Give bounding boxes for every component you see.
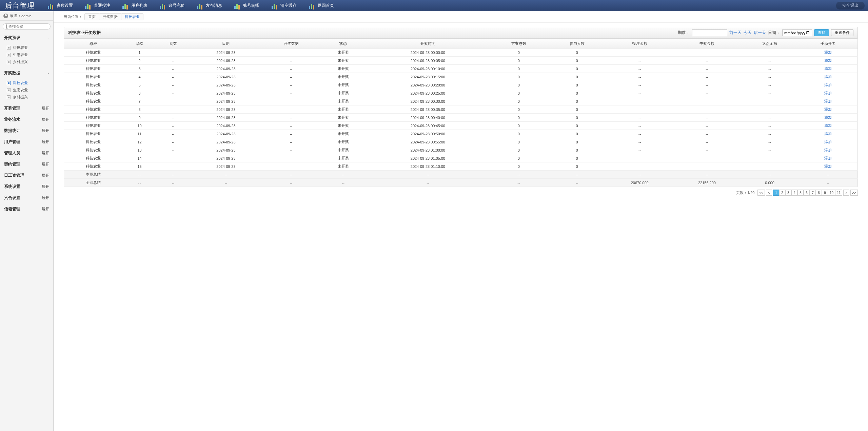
cell-touzhu: -- [606, 162, 673, 171]
cell-zhongjiang: -- [673, 65, 741, 73]
pager-page-5[interactable]: 5 [797, 190, 804, 196]
menu-collapsed-2[interactable]: 数据统计展开 [0, 125, 53, 136]
pager-page-9[interactable]: 9 [822, 190, 828, 196]
menu-collapsed-9[interactable]: 信箱管理展开 [0, 203, 53, 215]
expand-label: 展开 [42, 184, 49, 189]
add-action-link[interactable]: 添加 [824, 83, 832, 87]
add-action-link[interactable]: 添加 [824, 66, 832, 71]
menu-collapsed-5[interactable]: 契约管理展开 [0, 159, 53, 170]
top-nav-item-5[interactable]: 账号转帐 [228, 0, 265, 11]
pager-prev[interactable]: < [766, 190, 772, 196]
add-action-link[interactable]: 添加 [824, 107, 832, 111]
top-nav-item-0[interactable]: 参数设置 [42, 0, 79, 11]
cell-qishu: -- [156, 81, 190, 89]
breadcrumb-section[interactable]: 开奖数据 [99, 13, 121, 20]
sidebar-item-1-2[interactable]: 乡村振兴 [0, 94, 53, 101]
module-icon [7, 88, 11, 92]
menu-title: 开奖数据 [4, 70, 20, 76]
add-action-link[interactable]: 添加 [824, 164, 832, 168]
top-nav-item-1[interactable]: 普通投注 [79, 0, 116, 11]
cell-canyu: 0 [548, 73, 606, 81]
cell-caizhong: 科技农业 [64, 114, 123, 122]
add-action-link[interactable]: 添加 [824, 50, 832, 54]
pager-page-1[interactable]: 1 [773, 190, 779, 196]
add-action-link[interactable]: 添加 [824, 115, 832, 119]
cell-touzhu: -- [606, 154, 673, 162]
cell-changci: 11 [123, 130, 156, 138]
menu-collapsed-6[interactable]: 日工资管理展开 [0, 170, 53, 181]
summary-cell: -- [156, 171, 190, 179]
add-action-link[interactable]: 添加 [824, 156, 832, 160]
cell-kaijiangshijian: 2024-09-23 00:45:00 [366, 122, 490, 130]
top-nav-item-3[interactable]: 账号充值 [154, 0, 191, 11]
search-input[interactable] [8, 24, 54, 28]
pager-page-3[interactable]: 3 [785, 190, 791, 196]
table-row: 科技农业4--2024-09-23--未开奖2024-09-23 00:15:0… [64, 73, 858, 81]
prev-day-link[interactable]: 前一天 [729, 30, 742, 36]
pager-next[interactable]: > [843, 190, 849, 196]
menu-header-1[interactable]: 开奖数据- [0, 67, 53, 79]
cell-changci: 10 [123, 122, 156, 130]
add-action-link[interactable]: 添加 [824, 132, 832, 136]
menu-collapsed-8[interactable]: 六合设置展开 [0, 192, 53, 203]
sidebar-item-1-1[interactable]: 生态农业 [0, 86, 53, 94]
sidebar-item-1-0[interactable]: 科技农业 [0, 79, 53, 86]
sidebar-item-0-0[interactable]: 科技农业 [0, 44, 53, 51]
breadcrumb-home[interactable]: 首页 [84, 13, 99, 20]
top-nav-item-4[interactable]: 发布消息 [191, 0, 228, 11]
menu-collapsed-0[interactable]: 开奖管理展开 [0, 103, 53, 114]
pager-last[interactable]: >> [850, 190, 858, 196]
search-box[interactable] [3, 23, 51, 30]
cell-fandian: -- [741, 114, 799, 122]
add-action-link[interactable]: 添加 [824, 75, 832, 79]
add-action-link[interactable]: 添加 [824, 91, 832, 95]
add-action-link[interactable]: 添加 [824, 148, 832, 152]
menu-header-0[interactable]: 开奖预设- [0, 32, 53, 43]
add-action-link[interactable]: 添加 [824, 58, 832, 62]
top-nav-label: 返回首页 [318, 3, 334, 8]
menu-collapsed-7[interactable]: 系统设置展开 [0, 181, 53, 192]
cell-riqi: 2024-09-23 [190, 122, 262, 130]
cell-touzhu: -- [606, 114, 673, 122]
top-nav-item-2[interactable]: 用户列表 [116, 0, 154, 11]
menu-collapsed-4[interactable]: 管理人员展开 [0, 148, 53, 159]
cell-riqi: 2024-09-23 [190, 57, 262, 65]
cell-changci: 7 [123, 97, 156, 105]
pager-page-7[interactable]: 7 [810, 190, 816, 196]
cell-qishu: -- [156, 130, 190, 138]
cell-changci: 13 [123, 146, 156, 154]
sidebar-item-0-2[interactable]: 乡村振兴 [0, 58, 53, 65]
logout-button[interactable]: 安全退出 [836, 2, 865, 9]
pager-first[interactable]: << [757, 190, 765, 196]
pager-page-8[interactable]: 8 [816, 190, 822, 196]
pager-page-2[interactable]: 2 [779, 190, 785, 196]
sidebar-item-label: 生态农业 [13, 87, 28, 93]
top-nav-item-7[interactable]: 返回首页 [303, 0, 340, 11]
pager-page-11[interactable]: 11 [835, 190, 842, 196]
reset-button[interactable]: 重置条件 [831, 29, 853, 36]
top-nav-label: 用户列表 [131, 3, 147, 8]
date-input[interactable] [782, 30, 812, 36]
sidebar-item-0-1[interactable]: 生态农业 [0, 51, 53, 58]
top-nav-label: 账号充值 [169, 3, 185, 8]
next-day-link[interactable]: 后一天 [754, 30, 766, 36]
menu-collapsed-1[interactable]: 业务流水展开 [0, 114, 53, 125]
period-input[interactable] [692, 30, 727, 36]
pager-page-6[interactable]: 6 [804, 190, 810, 196]
add-action-link[interactable]: 添加 [824, 123, 832, 128]
menu-collapsed-3[interactable]: 用户管理展开 [0, 136, 53, 148]
cell-fandian: -- [741, 81, 799, 89]
table-row: 科技农业12--2024-09-23--未开奖2024-09-23 00:55:… [64, 138, 858, 146]
pager-page-10[interactable]: 10 [828, 190, 835, 196]
pager-page-4[interactable]: 4 [791, 190, 797, 196]
summary-cell: -- [190, 171, 262, 179]
top-nav-item-6[interactable]: 清空缓存 [265, 0, 303, 11]
cell-kaijiangshijian: 2024-09-23 00:05:00 [366, 57, 490, 65]
search-button[interactable]: 查找 [814, 29, 829, 36]
cell-fandian: -- [741, 130, 799, 138]
main-content: 当前位置： 首页 开奖数据 科技农业 科技农业开奖数据 期数： 前一天 今天 后… [54, 11, 868, 431]
add-action-link[interactable]: 添加 [824, 140, 832, 144]
today-link[interactable]: 今天 [744, 30, 752, 36]
add-action-link[interactable]: 添加 [824, 99, 832, 103]
table-row: 科技农业15--2024-09-23--未开奖2024-09-23 01:10:… [64, 162, 858, 171]
